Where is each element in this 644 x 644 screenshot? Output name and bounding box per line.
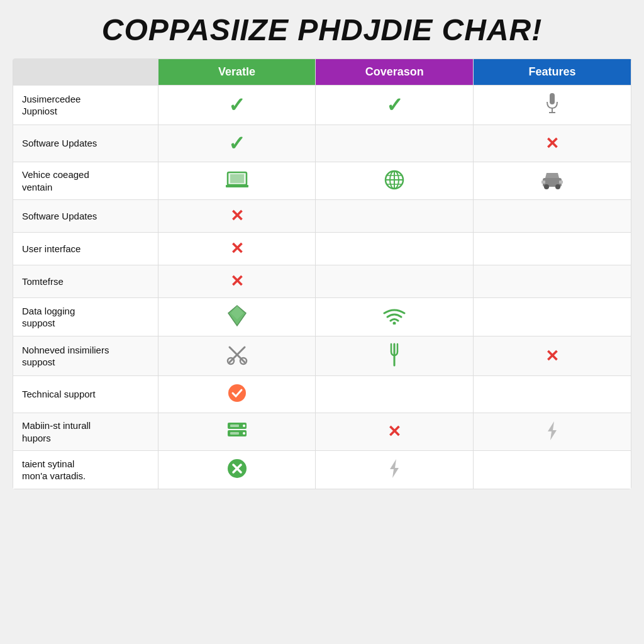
row-col3 — [474, 200, 631, 233]
row-col2 — [316, 200, 474, 233]
row-col3 — [474, 376, 631, 413]
svg-rect-34 — [230, 432, 239, 435]
row-col1: ✕ — [158, 265, 316, 298]
row-col1 — [158, 451, 316, 489]
row-label: taient sytinalmon'a vartadis. — [13, 451, 158, 489]
row-col3 — [474, 298, 631, 336]
row-col2 — [316, 336, 474, 376]
table-row: Software Updates ✕ — [13, 200, 631, 233]
row-label: Vehice coeagedventain — [13, 162, 158, 200]
table-row: User interface ✕ — [13, 233, 631, 265]
row-col1 — [158, 413, 316, 451]
table-row: Data loggingsuppost — [13, 298, 631, 336]
table-row: JusimercedeeJupniost ✓ ✓ — [13, 86, 631, 125]
row-col3 — [474, 86, 631, 125]
row-col2: ✓ — [316, 86, 474, 125]
svg-rect-17 — [559, 180, 563, 184]
row-col3 — [474, 265, 631, 298]
row-col2: ✕ — [316, 413, 474, 451]
row-col3: ✕ — [474, 336, 631, 376]
row-label: Mabiin-st inturallhupors — [13, 413, 158, 451]
row-label: User interface — [13, 233, 158, 265]
row-label: Software Updates — [13, 200, 158, 233]
row-col3 — [474, 413, 631, 451]
table-row: taient sytinalmon'a vartadis. — [13, 451, 631, 489]
svg-point-20 — [393, 322, 396, 325]
row-col3 — [474, 233, 631, 265]
svg-rect-2 — [549, 112, 555, 113]
svg-rect-33 — [230, 425, 239, 427]
header-col3: Features — [474, 59, 631, 86]
row-col1 — [158, 336, 316, 376]
row-label: JusimercedeeJupniost — [13, 86, 158, 125]
row-col2 — [316, 162, 474, 200]
row-col2 — [316, 265, 474, 298]
row-label: Technical support — [13, 376, 158, 413]
table-row: Technical support — [13, 376, 631, 413]
svg-point-15 — [555, 184, 560, 189]
header-col1: Veratle — [158, 59, 316, 86]
svg-marker-39 — [390, 459, 399, 478]
svg-point-14 — [544, 184, 549, 189]
table-row: Mabiin-st inturallhupors ✕ — [13, 413, 631, 451]
row-col2 — [316, 376, 474, 413]
svg-marker-35 — [548, 421, 557, 440]
comparison-table: Veratle Coverason Features JusimercedeeJ… — [13, 58, 631, 489]
row-label: Tomtefrse — [13, 265, 158, 298]
table-row: Tomtefrse ✕ — [13, 265, 631, 298]
svg-rect-5 — [226, 185, 248, 187]
table-row: Nohneved insimilierssuppost ✕ — [13, 336, 631, 376]
page-container: COPPASIIZE PHDJDIE CHAR! Veratle Coveras… — [0, 0, 644, 644]
row-col2 — [316, 233, 474, 265]
row-col1: ✓ — [158, 125, 316, 162]
row-col2 — [316, 451, 474, 489]
header-col2: Coverason — [316, 59, 474, 86]
row-col1 — [158, 162, 316, 200]
row-label: Software Updates — [13, 125, 158, 162]
svg-rect-1 — [552, 108, 553, 112]
page-title: COPPASIIZE PHDJDIE CHAR! — [13, 13, 631, 47]
row-col3 — [474, 162, 631, 200]
row-label: Nohneved insimilierssuppost — [13, 336, 158, 376]
svg-marker-13 — [545, 173, 559, 178]
svg-point-32 — [243, 432, 245, 435]
svg-point-28 — [228, 384, 246, 402]
row-col1 — [158, 376, 316, 413]
row-col2 — [316, 298, 474, 336]
header-empty — [13, 59, 158, 86]
table-row: Software Updates ✓ ✕ — [13, 125, 631, 162]
row-col2 — [316, 125, 474, 162]
row-col1: ✕ — [158, 233, 316, 265]
row-col3 — [474, 451, 631, 489]
svg-point-31 — [243, 425, 245, 427]
row-col1: ✓ — [158, 86, 316, 125]
row-col3: ✕ — [474, 125, 631, 162]
svg-rect-0 — [550, 93, 555, 104]
svg-rect-4 — [230, 174, 244, 183]
row-col1 — [158, 298, 316, 336]
table-row: Vehice coeagedventain — [13, 162, 631, 200]
row-label: Data loggingsuppost — [13, 298, 158, 336]
row-col1: ✕ — [158, 200, 316, 233]
svg-rect-16 — [541, 180, 545, 184]
